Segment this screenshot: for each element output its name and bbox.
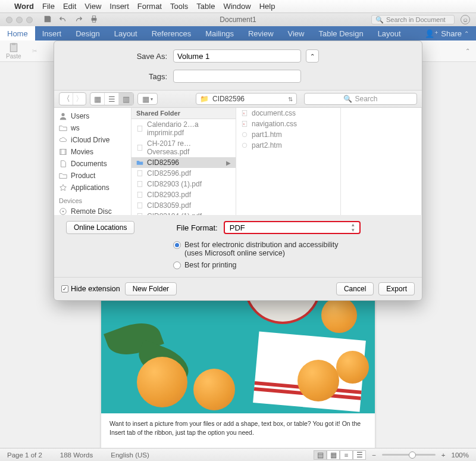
tab-design[interactable]: Design [68,26,107,41]
tab-home[interactable]: Home [0,26,35,41]
file-format-select[interactable]: PDF ▴▾ [224,221,361,234]
menu-window[interactable]: Window [223,2,250,11]
view-icon-mode[interactable]: ▦ [90,93,105,105]
view-web-layout-icon[interactable]: ▦ [327,450,340,460]
file-item[interactable]: CID83059.pdf [131,200,236,211]
sidebar-item-documents[interactable]: Documents [54,158,131,170]
path-popup[interactable]: 📁 CID82596 ⇅ [196,93,297,105]
file-item[interactable]: CH-2017 re…Overseas.pdf [131,138,236,157]
tab-view[interactable]: View [281,26,312,41]
tab-mailings[interactable]: Mailings [198,26,241,41]
option-electronic[interactable]: Best for electronic distribution and acc… [173,239,410,259]
menu-help[interactable]: Help [259,2,275,11]
feedback-icon[interactable]: ☺ [461,15,470,24]
file-item[interactable]: snavigation.css [236,119,340,129]
status-words[interactable]: 188 Words [60,451,93,459]
menu-insert[interactable]: Insert [109,2,129,11]
share-button[interactable]: 👤⁺Share⌃ [418,26,476,41]
undo-icon[interactable] [59,15,67,25]
document-title: Document1 [220,15,256,24]
online-locations-button[interactable]: Online Locations [66,221,134,234]
menu-format[interactable]: Format [137,2,162,11]
status-language[interactable]: English (US) [111,451,149,459]
file-item[interactable]: CID82596.pdf [131,168,236,179]
file-item[interactable]: part1.htm [236,129,340,140]
hide-extension-checkbox[interactable]: ✓ Hide extension [61,285,120,293]
arrange-button[interactable]: ▦▾ [137,93,158,105]
zoom-out-button[interactable]: − [372,451,376,459]
zoom-window-icon[interactable] [26,17,33,23]
sidebar-item-ws[interactable]: ws [54,122,131,134]
menu-edit[interactable]: Edit [63,2,76,11]
file-item[interactable]: CID82903 (1).pdf [131,179,236,189]
svg-rect-11 [137,171,142,176]
tags-input[interactable] [173,70,301,83]
tab-layout[interactable]: Layout [107,26,145,41]
nav-back-button[interactable]: 〈 [60,93,73,105]
nav-forward-button[interactable]: 〉 [73,93,86,105]
svg-point-8 [62,211,64,213]
view-print-layout-icon[interactable]: ▤ [314,450,327,460]
minimize-window-icon[interactable] [16,17,23,23]
titlebar-search[interactable]: 🔍Search in Document [371,15,455,24]
tab-insert[interactable]: Insert [35,26,69,41]
menu-tools[interactable]: Tools [170,2,188,11]
zoom-in-button[interactable]: + [441,451,446,459]
file-item[interactable]: part2.htm [236,140,340,151]
tab-review[interactable]: Review [241,26,281,41]
option-electronic-label: Best for electronic distribution and acc… [184,241,338,249]
view-list-mode[interactable]: ☰ [105,93,119,105]
finder-search[interactable]: 🔍Search [304,93,417,105]
svg-rect-13 [137,192,142,198]
chevron-up-icon: ⌃ [310,53,315,60]
close-window-icon[interactable] [6,17,12,23]
tags-label: Tags: [66,72,173,81]
sidebar-item-icloud[interactable]: iCloud Drive [54,134,131,146]
view-outline-icon[interactable]: ≡ [340,450,353,460]
paste-button[interactable]: Paste [6,42,21,60]
print-icon[interactable] [90,15,98,25]
cancel-button[interactable]: Cancel [336,282,374,295]
status-page[interactable]: Page 1 of 2 [7,451,42,459]
browser-column-3 [341,108,422,215]
inserted-image[interactable] [101,294,375,413]
view-draft-icon[interactable]: ☰ [353,450,366,460]
sidebar-item-movies[interactable]: Movies [54,146,131,158]
sidebar-item-users[interactable]: Users [54,110,131,122]
menu-file[interactable]: File [42,2,55,11]
sidebar-item-remote-disc[interactable]: Remote Disc [54,205,131,217]
file-item[interactable]: CID82903.pdf [131,189,236,200]
finder-sidebar: Users ws iCloud Drive Movies Documents P… [54,108,131,215]
file-item[interactable]: Calendario 2…a imprimir.pdf [131,119,236,138]
browser-column-2: sdocument.csssnavigation.csspart1.htmpar… [236,108,341,215]
svg-rect-1 [92,15,95,18]
view-column-mode[interactable]: ▥ [119,93,133,105]
sidebar-item-applications[interactable]: Applications [54,182,131,194]
file-item[interactable]: CID82596▶ [131,157,236,168]
status-bar: Page 1 of 2 188 Words English (US) ▤ ▦ ≡… [0,448,476,461]
radio-off-icon [173,261,181,269]
collapse-button[interactable]: ⌃ [306,49,319,63]
zoom-value[interactable]: 100% [452,451,469,459]
save-as-input[interactable] [173,49,301,63]
tab-references[interactable]: References [145,26,198,41]
tab-table-design[interactable]: Table Design [311,26,370,41]
tab-layout2[interactable]: Layout [371,26,408,41]
ribbon-collapse-icon[interactable]: ⌃ [465,48,470,54]
file-item[interactable]: CID83104 (1).pdf [131,211,236,215]
word-titlebar: Document1 🔍Search in Document ☺ [0,13,476,26]
page: Want to insert a picture from your files… [101,294,375,448]
menu-app[interactable]: Word [14,2,34,11]
file-item[interactable]: sdocument.css [236,108,340,119]
export-button[interactable]: Export [378,282,415,295]
new-folder-button[interactable]: New Folder [125,282,177,295]
menu-view[interactable]: View [84,2,101,11]
zoom-slider[interactable] [382,454,436,456]
option-printing[interactable]: Best for printing [173,259,410,271]
cut-icon[interactable]: ✂ [32,48,37,54]
save-icon[interactable] [43,15,52,25]
shared-folder-header: Shared Folder [131,108,236,119]
menu-table[interactable]: Table [196,2,215,11]
sidebar-item-product[interactable]: Product [54,170,131,182]
redo-icon[interactable] [74,15,83,25]
